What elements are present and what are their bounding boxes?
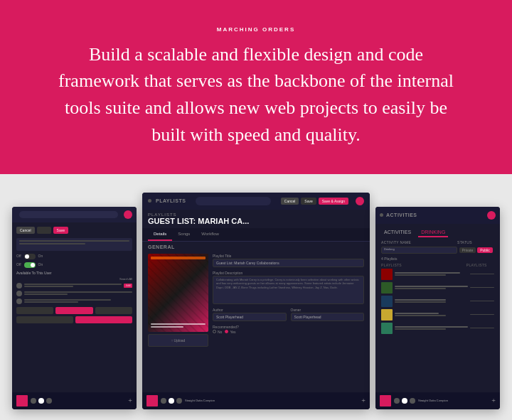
right-private-btn[interactable]: Private bbox=[459, 247, 476, 253]
right-player-album bbox=[380, 395, 391, 406]
center-album-text bbox=[151, 323, 206, 329]
center-save-button[interactable]: Save bbox=[301, 198, 316, 205]
center-owner-label: Owner bbox=[291, 308, 365, 312]
center-recommended-field: Recommended? No Yes bbox=[213, 325, 364, 334]
center-radio-no[interactable]: No bbox=[213, 330, 222, 334]
left-bottom-btn-1[interactable] bbox=[16, 307, 53, 314]
right-header-dot bbox=[380, 213, 383, 217]
right-playlist-name-1 bbox=[395, 272, 460, 274]
center-recommended-label: Recommended? bbox=[213, 325, 364, 329]
left-prev-button[interactable] bbox=[31, 398, 36, 404]
center-search-bar[interactable] bbox=[196, 197, 270, 205]
left-cancel-button[interactable]: Cancel bbox=[16, 227, 35, 234]
left-toggle-label-on-1: On bbox=[38, 254, 43, 258]
center-body: ↑ Upload Playlist Title Guest List: Mari… bbox=[142, 251, 370, 393]
left-toggle-label-on-2: On bbox=[38, 262, 43, 266]
center-description-input[interactable]: Collaborating with Mariah Carey is a pri… bbox=[213, 276, 364, 304]
left-list-text-3b bbox=[24, 301, 78, 303]
left-list-item-2 bbox=[16, 291, 132, 296]
center-cancel-button[interactable]: Cancel bbox=[281, 198, 299, 205]
center-upload-btn[interactable]: ↑ Upload bbox=[148, 334, 208, 347]
left-list-text-1b bbox=[24, 286, 73, 287]
left-extra-btn-2[interactable] bbox=[75, 316, 132, 323]
left-list-text-2 bbox=[24, 291, 132, 293]
left-list-avatar-2 bbox=[16, 291, 22, 296]
center-page-title: GUEST LIST: MARIAH CA... bbox=[148, 217, 364, 225]
center-card-header: PLAYLISTS Cancel Save Save & Assign bbox=[142, 193, 370, 210]
left-toggle-row-2: Off On bbox=[16, 262, 132, 268]
left-list-item-1: Add bbox=[16, 283, 132, 289]
center-author-input[interactable]: Scott Playerhead bbox=[213, 313, 287, 321]
right-playlists-header: PLAYLISTS PLAYLISTS bbox=[381, 263, 494, 267]
right-playlists-col-label: PLAYLISTS bbox=[381, 263, 465, 267]
right-playlist-item-2 bbox=[381, 282, 494, 294]
right-playlist-item-3 bbox=[381, 296, 494, 307]
center-radio-dot-no bbox=[213, 330, 216, 333]
center-description-field: Playlist Description Collaborating with … bbox=[213, 271, 364, 304]
right-column-headers: Activity Name Status bbox=[381, 240, 494, 244]
left-list-action-1[interactable]: Add bbox=[124, 284, 132, 288]
right-player-add-icon[interactable]: + bbox=[491, 397, 496, 404]
right-playlist-item-5 bbox=[381, 323, 494, 334]
tab-details[interactable]: Details bbox=[148, 228, 172, 241]
right-play-button[interactable] bbox=[402, 398, 407, 404]
left-bottom-btn-3[interactable] bbox=[95, 307, 132, 314]
center-playlist-title-input[interactable]: Guest List: Mariah Carey Collaborations bbox=[213, 259, 364, 267]
center-author-owner-row: Author Scott Playerhead Owner Scott Play… bbox=[213, 308, 364, 325]
left-save-button[interactable]: Save bbox=[53, 227, 68, 234]
right-playlist-info-3 bbox=[395, 299, 468, 303]
right-nav-label: ACTIVITIES bbox=[386, 212, 417, 217]
right-next-button[interactable] bbox=[410, 398, 415, 404]
left-section-title: Available To This User bbox=[16, 271, 132, 275]
right-tab-drinking[interactable]: DRINKING bbox=[418, 228, 448, 237]
tab-songs[interactable]: Songs bbox=[172, 228, 196, 241]
right-section-label: 4 Playlists bbox=[381, 257, 494, 261]
center-play-button[interactable] bbox=[169, 398, 174, 404]
center-description-label: Playlist Description bbox=[213, 271, 364, 275]
left-mockup-card: Cancel Save Off On Off On bbox=[12, 207, 137, 409]
left-bottom-btn-2[interactable] bbox=[55, 307, 92, 314]
left-toggle-knob-2 bbox=[31, 263, 35, 267]
right-playlist-thumb-1 bbox=[381, 269, 393, 280]
center-owner-input[interactable]: Scott Playerhead bbox=[291, 313, 365, 321]
left-toggle-knob-1 bbox=[25, 254, 29, 259]
right-activity-input[interactable]: Drinking bbox=[381, 247, 457, 254]
right-mockup-card: ACTIVITIES ACTIVITIES DRINKING Activity … bbox=[375, 207, 500, 409]
hero-subtitle: MARCHING ORDERS bbox=[217, 26, 295, 33]
center-upload-label: ↑ Upload bbox=[171, 338, 186, 343]
center-player-album bbox=[146, 395, 158, 406]
left-toggle-1[interactable] bbox=[24, 254, 36, 259]
left-player-add-icon[interactable]: + bbox=[128, 397, 132, 404]
left-play-button[interactable] bbox=[38, 398, 44, 404]
left-next-button[interactable] bbox=[46, 398, 52, 404]
center-description-text: Collaborating with Mariah Carey is a pri… bbox=[216, 278, 361, 290]
right-tab-activities[interactable]: ACTIVITIES bbox=[381, 228, 414, 237]
left-card-header bbox=[12, 207, 137, 222]
center-playlist-title-label: Playlist Title bbox=[213, 254, 364, 258]
tab-workflow[interactable]: Workflow bbox=[196, 228, 225, 241]
left-toggle-row-1: Off On bbox=[16, 254, 132, 259]
right-public-btn[interactable]: Public bbox=[477, 247, 493, 253]
center-assign-button[interactable]: Save & Assign bbox=[319, 198, 348, 205]
center-next-button[interactable] bbox=[176, 398, 182, 404]
left-toggle-2[interactable] bbox=[24, 262, 36, 268]
left-list-avatar-3 bbox=[16, 298, 22, 304]
center-prev-button[interactable] bbox=[161, 398, 166, 404]
center-player-bar: Straight Outta Compton + bbox=[142, 392, 370, 409]
left-access-block bbox=[16, 238, 132, 251]
center-radio-yes[interactable]: Yes bbox=[225, 330, 235, 334]
right-filter-row: Drinking Private Public bbox=[381, 247, 494, 254]
center-player-add-icon[interactable]: + bbox=[361, 397, 366, 404]
center-album-banner bbox=[151, 257, 206, 259]
right-prev-button[interactable] bbox=[394, 398, 400, 404]
right-playlist-info-2 bbox=[395, 286, 468, 289]
left-extra-btn-1[interactable] bbox=[16, 316, 73, 323]
right-card-header: ACTIVITIES bbox=[375, 207, 500, 224]
right-playlist-extra-4 bbox=[470, 314, 494, 316]
center-author-label: Author bbox=[213, 308, 287, 312]
center-playlist-title-field: Playlist Title Guest List: Mariah Carey … bbox=[213, 254, 364, 267]
left-player-controls bbox=[31, 398, 52, 404]
right-playlist-name-2 bbox=[395, 286, 468, 287]
left-list-text-3 bbox=[24, 299, 111, 301]
center-nav-label: PLAYLISTS bbox=[156, 198, 186, 203]
